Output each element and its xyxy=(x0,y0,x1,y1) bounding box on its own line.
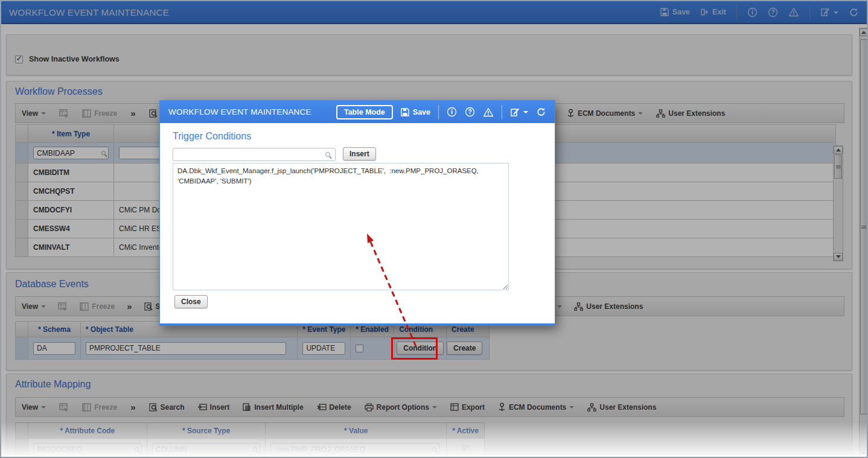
condition-search-input[interactable] xyxy=(173,148,335,161)
search-icon[interactable] xyxy=(325,152,330,157)
condition-search-field xyxy=(173,148,336,161)
dialog-header[interactable]: WORKFLOW EVENT MAINTENANCE Table Mode Sa… xyxy=(160,101,555,123)
dialog-title: WORKFLOW EVENT MAINTENANCE xyxy=(168,107,311,116)
close-button[interactable]: Close xyxy=(174,295,208,308)
refresh-button[interactable] xyxy=(536,107,546,117)
divider xyxy=(502,105,502,119)
dialog-actions: Table Mode Save ? xyxy=(336,105,546,119)
help-button[interactable]: ? xyxy=(465,107,475,117)
edit-mode-button[interactable] xyxy=(510,107,528,117)
refresh-icon xyxy=(536,107,546,117)
svg-text:?: ? xyxy=(468,109,471,115)
divider xyxy=(438,105,439,119)
info-icon xyxy=(447,107,457,117)
chevron-down-icon xyxy=(523,111,528,113)
warning-button[interactable] xyxy=(483,107,494,117)
table-mode-button[interactable]: Table Mode xyxy=(336,105,393,119)
condition-highlight-box xyxy=(391,337,438,360)
save-icon xyxy=(401,108,409,116)
condition-textarea[interactable]: DA.Dbk_Wkf_Event_Manager.f_jsp_launch('P… xyxy=(173,163,509,290)
app-window: WORKFLOW EVENT MAINTENANCE Save Exit ? xyxy=(0,0,868,458)
save-label: Save xyxy=(413,108,430,116)
trigger-conditions-heading: Trigger Conditions xyxy=(173,131,251,142)
insert-condition-button[interactable]: Insert xyxy=(343,147,376,161)
dialog-body: Trigger Conditions Insert DA.Dbk_Wkf_Eve… xyxy=(160,123,555,324)
info-button[interactable] xyxy=(447,107,457,117)
warning-icon xyxy=(483,107,494,117)
trigger-conditions-dialog: WORKFLOW EVENT MAINTENANCE Table Mode Sa… xyxy=(159,100,555,326)
edit-icon xyxy=(510,107,520,117)
help-icon: ? xyxy=(465,107,475,117)
save-button[interactable]: Save xyxy=(401,108,430,116)
